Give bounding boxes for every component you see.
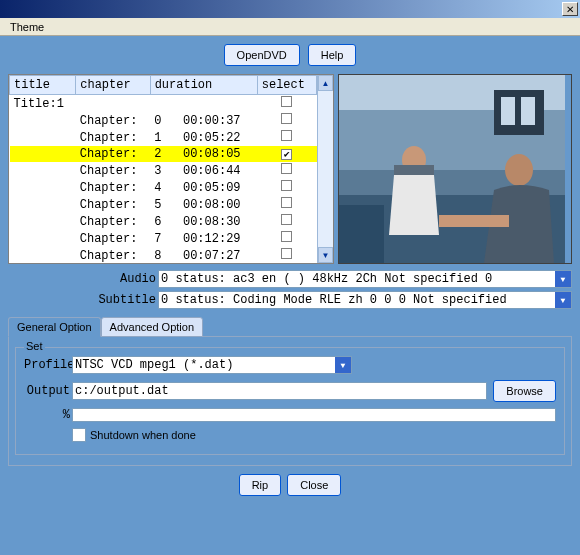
close-button[interactable]: Close [287, 474, 341, 496]
subtitle-select[interactable]: 0 status: Coding Mode RLE zh 0 0 0 Not s… [158, 291, 572, 309]
percent-label: % [24, 408, 72, 422]
help-button[interactable]: Help [308, 44, 357, 66]
output-field[interactable] [72, 382, 487, 400]
close-icon[interactable]: ✕ [562, 2, 578, 16]
table-row[interactable]: Chapter:8 00:07:27 [10, 247, 317, 263]
progress-bar [72, 408, 556, 422]
col-duration[interactable]: duration [150, 76, 257, 95]
select-checkbox[interactable] [281, 248, 292, 259]
select-checkbox[interactable] [281, 231, 292, 242]
table-row[interactable]: Chapter:1 00:05:22 [10, 129, 317, 146]
svg-rect-11 [339, 205, 384, 263]
chevron-down-icon[interactable]: ▼ [335, 357, 351, 373]
select-checkbox[interactable] [281, 180, 292, 191]
profile-select[interactable]: NTSC VCD mpeg1 (*.dat) ▼ [72, 356, 352, 374]
col-select[interactable]: select [257, 76, 316, 95]
table-row[interactable]: Chapter:5 00:08:00 [10, 196, 317, 213]
svg-rect-5 [521, 97, 535, 125]
table-row[interactable]: Chapter:2 00:08:05✔ [10, 146, 317, 162]
table-row[interactable]: Chapter:7 00:12:29 [10, 230, 317, 247]
scroll-down-icon[interactable]: ▼ [318, 247, 333, 263]
shutdown-checkbox[interactable] [72, 428, 86, 442]
table-row[interactable]: Chapter:4 00:05:09 [10, 179, 317, 196]
profile-label: Profile [24, 358, 72, 372]
open-dvd-button[interactable]: OpenDVD [224, 44, 300, 66]
select-checkbox[interactable] [281, 113, 292, 124]
svg-rect-8 [394, 165, 434, 175]
select-checkbox[interactable] [281, 163, 292, 174]
table-row[interactable]: Chapter:0 00:00:37 [10, 112, 317, 129]
svg-rect-4 [501, 97, 515, 125]
col-title[interactable]: title [10, 76, 76, 95]
svg-point-9 [505, 154, 533, 186]
video-preview [338, 74, 572, 264]
table-row[interactable]: Title:1 [10, 95, 317, 113]
col-chapter[interactable]: chapter [76, 76, 150, 95]
main-area: OpenDVD Help title chapter duration sele… [0, 36, 580, 555]
tab-general[interactable]: General Option [8, 317, 101, 337]
output-label: Output [24, 384, 72, 398]
rip-button[interactable]: Rip [239, 474, 282, 496]
browse-button[interactable]: Browse [493, 380, 556, 402]
audio-label: Audio [8, 272, 158, 286]
titlebar: ✕ [0, 0, 580, 18]
select-checkbox[interactable] [281, 197, 292, 208]
tab-advanced[interactable]: Advanced Option [101, 317, 203, 337]
subtitle-label: Subtitle [8, 293, 158, 307]
set-legend: Set [24, 340, 45, 352]
select-checkbox[interactable] [281, 214, 292, 225]
chapter-table: title chapter duration select Title:1Cha… [8, 74, 334, 264]
audio-select[interactable]: 0 status: ac3 en ( ) 48kHz 2Ch Not speci… [158, 270, 572, 288]
scroll-up-icon[interactable]: ▲ [318, 75, 333, 91]
scrollbar[interactable]: ▲ ▼ [317, 75, 333, 263]
chevron-down-icon[interactable]: ▼ [555, 292, 571, 308]
table-row[interactable]: Chapter:3 00:06:44 [10, 162, 317, 179]
menubar: Theme [0, 18, 580, 36]
chevron-down-icon[interactable]: ▼ [555, 271, 571, 287]
select-checkbox[interactable]: ✔ [281, 149, 292, 160]
select-checkbox[interactable] [281, 130, 292, 141]
tab-panel: Set Profile NTSC VCD mpeg1 (*.dat) ▼ Out… [8, 336, 572, 466]
menu-theme[interactable]: Theme [4, 19, 50, 35]
svg-rect-10 [439, 215, 509, 227]
shutdown-label: Shutdown when done [90, 429, 196, 441]
table-row[interactable]: Chapter:6 00:08:30 [10, 213, 317, 230]
